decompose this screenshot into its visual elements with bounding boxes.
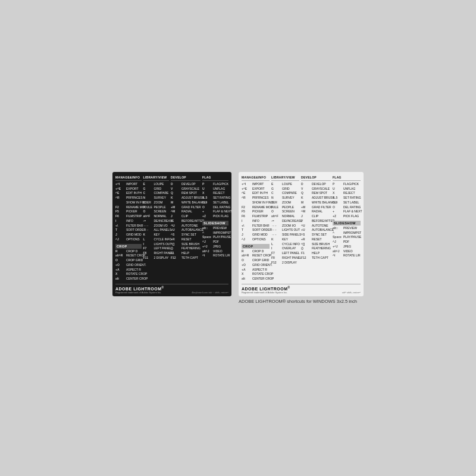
row-unflag-dark: UUNFLAG	[202, 187, 228, 192]
row-rotatelr-light: ^IROTATE L/R	[333, 253, 361, 258]
row-rotatecrop-light: XROTATE CROP	[242, 272, 270, 277]
row-key-light: KKEY	[271, 237, 299, 242]
row-whitebal-dark: MWHITE BALANCE	[171, 201, 201, 205]
row-gridmod-dark: JGRID MOD	[115, 233, 142, 237]
row-feathering-light: {}FEATHERING	[301, 246, 331, 251]
row-filterbar-light: +\FILTER BAR	[242, 224, 270, 228]
right-block: MANAGE&INFO +^IIMPORT +^EEXPORT ^EEDIT I…	[239, 172, 364, 304]
row-cropd-light: RCROP D	[242, 249, 270, 254]
row-help-light: F1HELP	[301, 251, 331, 256]
row-resetcrop-light: alt^RRESET CROP	[242, 253, 270, 258]
row-loupe-dark: ELOUPE	[143, 182, 170, 187]
row-imprompst-light: ^IMPROMPST	[333, 231, 361, 236]
row-autobal-dark: +UAUTOBALANCE	[171, 228, 201, 233]
row-clip-dark: JCLIP	[171, 214, 201, 219]
col-manage-dark: MANAGE&INFO +^IIMPORT +^EEXPORT ^EEDIT I…	[115, 176, 142, 281]
row-pickflag-light: +ZPICK FLAG	[333, 214, 361, 219]
main-container: MANAGE&INFO +^IIMPORT +^EEXPORT ^EEDIT I…	[112, 172, 364, 304]
dark-sub-brand: Registered trademark of Adobe System Inc…	[115, 291, 164, 294]
row-screen-light: OSCREEN	[271, 209, 299, 214]
row-reject-dark: XREJECT	[202, 191, 228, 196]
row-flafnext-light: +FLAF & NEXT	[333, 209, 361, 214]
caption-text: ADOBE LIGHTROOM® shortcuts for WINDOWS 3…	[239, 299, 357, 304]
col-develop-dark: DEVELOP DDEVELOP VGRAYSCALE QREM SPOT KA…	[171, 176, 201, 281]
row-decrincr-dark: -=DE/INCREASE	[143, 219, 170, 224]
row-preview-dark: alt□PREVIEW	[202, 226, 228, 231]
row-overlay-light: IOVERLAY	[271, 246, 299, 251]
row-cropd-dark: RCROP D	[115, 249, 142, 254]
col-lib-dark: LIBRARY/VIEW ELOUPE GGRID CCOMPARE NSURV…	[143, 176, 170, 281]
col-manage-light: MANAGE&INFO +^IIMPORT +^EEXPORT ^EEDIT I…	[242, 176, 270, 281]
row-allpanels-light: →←LIGHTS OUT	[271, 228, 299, 233]
row-people-dark: FPEOPLE	[143, 205, 170, 210]
dark-card-footer: ADOBE LIGHTROOM® Registered trademark of…	[115, 284, 228, 294]
section-crop-dark: CROP	[115, 244, 142, 249]
row-pickflag-dark: +ZPICK FLAG	[202, 214, 228, 219]
row-playpause-light: SpacePLAY/PAUSE	[333, 235, 361, 240]
row-tethcapt-dark: F12TETH CAPT	[171, 256, 201, 261]
row-2display-light: F122 DISPLAY	[271, 261, 299, 265]
row-jpeg-light: +^JJPEG	[333, 245, 361, 249]
row-decrincr-light: -=DE/INCREASE	[271, 219, 299, 224]
row-zoom-light: ZZOOM	[271, 201, 299, 205]
row-screen-dark: OSCREEN	[143, 209, 170, 214]
header-develop-dark: DEVELOP	[171, 176, 201, 181]
row-reset-dark: +RRESET	[171, 237, 201, 242]
section-slideshow-dark: SLIDESHOW	[202, 221, 228, 226]
row-setlabel-light: 6..9SET LABEL	[333, 201, 361, 205]
row-showinfinder-dark: SHOW IN FINDER	[115, 201, 142, 205]
light-footer-right: ctrl^ shift+ enter↵	[342, 291, 361, 294]
row-sortorder-light: TSORT ORDER	[242, 228, 270, 233]
row-adjbrush-light: KADJUST BRUSH	[301, 196, 331, 201]
light-card: MANAGE&INFO +^IIMPORT +^EEXPORT ^EEDIT I…	[239, 172, 364, 296]
row-unflag-light: UUNFLAG	[333, 187, 361, 192]
row-picker-dark: F5PICKER	[115, 209, 142, 214]
row-compare-light: CCOMPARE	[271, 191, 299, 196]
row-picker-light: F5PICKER	[242, 209, 270, 214]
header-develop-light: DEVELOP	[301, 176, 331, 181]
row-aspectr-dark: +AASPECT R	[115, 268, 142, 273]
dark-card: MANAGE&INFO +^IIMPORT +^EEXPORT ^EEDIT I…	[112, 172, 231, 296]
row-resetcrop-dark: alt^RRESET CROP	[115, 253, 142, 258]
row-normal-dark: alt^FNORMAL	[143, 214, 170, 219]
row-gradfilter-dark: +MGRAD FILTER	[171, 205, 201, 210]
row-remspot-dark: QREM SPOT	[171, 191, 201, 196]
row-preview-light: alt□PREVIEW	[333, 226, 361, 231]
row-allpanels-dark: →←ALL PANELS	[143, 228, 170, 233]
row-autotone-light: ^UAUTOTONE	[301, 224, 331, 228]
row-feathering-dark: {}FEATHERING	[171, 246, 201, 251]
row-tethcapt-light: F12TETH CAPT	[301, 256, 331, 261]
row-cycleinfo-light: LCYCLE INFO	[271, 242, 299, 247]
row-normal-light: alt^FNORMAL	[271, 214, 299, 219]
header-lib-dark: LIBRARY/VIEW	[143, 176, 170, 181]
row-survey-dark: NSURVEY	[143, 196, 170, 201]
section-slideshow-light: SLIDESHOW	[333, 221, 361, 226]
col-flag-dark: FLAG PFLAG/PICK UUNFLAG XREJECT 1..5SET …	[202, 176, 228, 281]
row-flagpick-light: PFLAG/PICK	[333, 182, 361, 187]
row-grayscale-light: VGRAYSCALE	[301, 187, 331, 192]
row-gridorient-light: +OGRID ORIENT.	[242, 263, 270, 268]
row-gradfilter-light: +MGRAD FILTER	[301, 205, 331, 210]
row-prfrnces-light: ^RPRFRNCES	[242, 196, 270, 201]
row-reject-light: XREJECT	[333, 191, 361, 196]
row-imprompst-dark: ^IMPROMPST	[202, 231, 228, 236]
row-clip-light: JCLIP	[301, 214, 331, 219]
col-flag-light: FLAG PFLAG/PICK UUNFLAG XREJECT 1..5SET …	[333, 176, 361, 281]
row-jpeg-dark: +^JJPEG	[202, 245, 228, 249]
row-survey-light: NSURVEY	[271, 196, 299, 201]
row-info-light: IINFO	[242, 219, 270, 224]
row-export-dark: +^EEXPORT	[115, 187, 142, 192]
row-autobal-light: +UAUTOBALANCE	[301, 228, 331, 233]
row-radial-light: ^MRADIAL	[301, 209, 331, 214]
row-cropgrid-light: OCROP GRID	[242, 258, 270, 263]
row-flagpick-dark: PFLAG/PICK	[202, 182, 228, 187]
row-syncset-dark: ^SSYNC SET	[171, 233, 201, 237]
row-zoomio-light: →←ZOOM I/O	[271, 224, 299, 228]
row-options-light: ^JOPTIONS	[242, 237, 270, 242]
row-sizebrush-light: ^[]SIZE BRUSH	[301, 242, 331, 247]
row-gridorient-dark: +OGRID ORIENT.	[115, 263, 142, 268]
row-editinph-light: ^EEDIT IN PH	[242, 191, 270, 196]
section-crop-light: CROP	[242, 244, 270, 249]
row-people-light: FPEOPLE	[271, 205, 299, 210]
row-rotatelr-dark: ^IROTATE L/R	[202, 253, 228, 258]
